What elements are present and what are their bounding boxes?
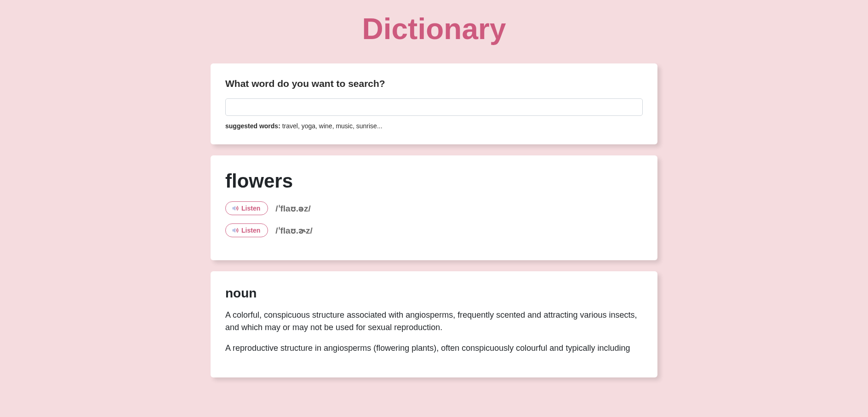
phonetic-text: /ˈflaʊ.ɚz/ bbox=[275, 225, 313, 236]
listen-label: Listen bbox=[241, 227, 260, 234]
suggested-words: suggested words: travel, yoga, wine, mus… bbox=[225, 122, 643, 130]
phonetic-text: /ˈflaʊ.əz/ bbox=[275, 203, 311, 214]
svg-marker-1 bbox=[233, 228, 235, 232]
definition-text: A reproductive structure in angiosperms … bbox=[225, 342, 643, 354]
search-card: What word do you want to search? suggest… bbox=[211, 63, 657, 144]
search-label: What word do you want to search? bbox=[225, 78, 643, 89]
search-input[interactable] bbox=[225, 98, 643, 116]
listen-button[interactable]: Listen bbox=[225, 201, 268, 215]
definition-text: A colorful, conspicuous structure associ… bbox=[225, 309, 643, 334]
word-card: flowers Listen /ˈflaʊ.əz/ bbox=[211, 155, 657, 260]
speaker-icon bbox=[232, 227, 239, 234]
definition-card: noun A colorful, conspicuous structure a… bbox=[211, 271, 657, 377]
speaker-icon bbox=[232, 205, 239, 211]
phonetic-row: Listen /ˈflaʊ.ɚz/ bbox=[225, 223, 643, 237]
part-of-speech: noun bbox=[225, 286, 643, 301]
suggested-text: travel, yoga, wine, music, sunrise... bbox=[280, 122, 383, 130]
listen-label: Listen bbox=[241, 205, 260, 212]
listen-button[interactable]: Listen bbox=[225, 223, 268, 237]
word-term: flowers bbox=[225, 170, 643, 192]
suggested-label: suggested words: bbox=[225, 122, 280, 130]
svg-marker-0 bbox=[233, 206, 235, 210]
phonetic-row: Listen /ˈflaʊ.əz/ bbox=[225, 201, 643, 215]
page-title: Dictionary bbox=[211, 0, 657, 63]
